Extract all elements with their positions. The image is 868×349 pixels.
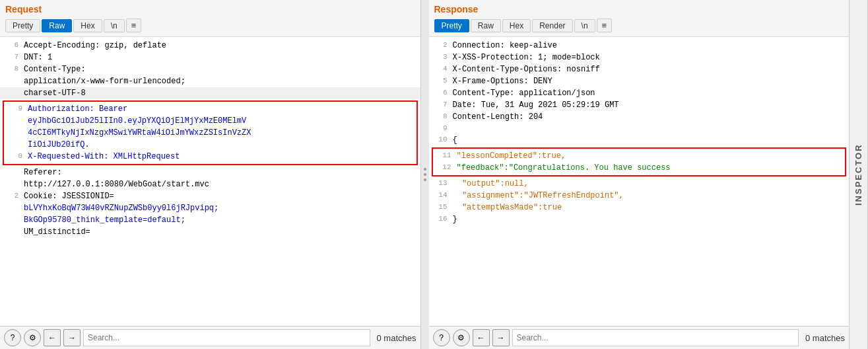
- response-help-button[interactable]: ?: [433, 329, 450, 346]
- response-tab-bar: Pretty Raw Hex Render \n ≡: [434, 19, 844, 32]
- request-line: eyJhbGciOiJub25lIIn0.eyJpYXQiOjElMjYxMzE…: [4, 115, 417, 127]
- divider-dot: [424, 173, 426, 176]
- response-panel: Response Pretty Raw Hex Render \n ≡ 2 Co…: [429, 0, 850, 349]
- response-line: 3 X-XSS-Protection: 1; mode=block: [429, 52, 850, 63]
- response-highlighted-block: 11 "lessonCompleted":true, 12 "feedback"…: [432, 147, 847, 176]
- request-line: 4cCI6MTkyNjIxNzgxMSwiYWRtaW4iOiJmYWxzZSI…: [4, 127, 417, 139]
- response-code-area: 2 Connection: keep-alive 3 X-XSS-Protect…: [429, 37, 850, 326]
- response-line: 15 "attemptWasMade":true: [429, 202, 850, 213]
- request-bottom-bar: ? ⚙ ← → 0 matches: [0, 326, 420, 349]
- tab-request-raw[interactable]: Raw: [42, 19, 72, 32]
- request-line: bLVYhxKoBqW73W40vRZNupZWSb0yy0l6jRJpvipq…: [0, 202, 420, 214]
- request-line: 2 Cookie: JSESSIONID=: [0, 190, 420, 202]
- request-help-button[interactable]: ?: [4, 329, 21, 346]
- tab-response-pretty[interactable]: Pretty: [434, 19, 469, 32]
- response-line: 16 }: [429, 213, 850, 225]
- response-line: 4 X-Content-Type-Options: nosniff: [429, 63, 850, 75]
- inspector-sidebar: INSPECTOR: [850, 0, 868, 349]
- response-header: Response Pretty Raw Hex Render \n ≡: [429, 0, 850, 37]
- response-line: 7 Date: Tue, 31 Aug 2021 05:29:19 GMT: [429, 99, 850, 111]
- response-title: Response: [434, 4, 844, 15]
- tab-response-render[interactable]: Render: [532, 19, 572, 32]
- response-matches-label: 0 matches: [805, 333, 845, 343]
- response-line: 2 Connection: keep-alive: [429, 40, 850, 52]
- request-prev-button[interactable]: ←: [44, 329, 61, 346]
- response-next-button[interactable]: →: [492, 329, 510, 346]
- request-line: Referer:: [0, 167, 420, 178]
- response-line: 11 "lessonCompleted":true,: [433, 150, 846, 162]
- request-next-button[interactable]: →: [63, 329, 81, 346]
- tab-response-newline[interactable]: \n: [574, 19, 595, 32]
- tab-response-menu[interactable]: ≡: [597, 19, 613, 32]
- response-line: 12 "feedback":"Congratulations. You have…: [433, 162, 846, 174]
- request-line: 8 Content-Type:: [0, 63, 420, 75]
- request-line: charset-UTF-8: [0, 87, 420, 99]
- request-line: http://127.0.0.1:8080/WebGoat/start.mvc: [0, 178, 420, 190]
- request-title: Request: [5, 4, 415, 15]
- request-line: BkGOp95780_think_template=default;: [0, 214, 420, 226]
- request-search-input[interactable]: [83, 329, 370, 346]
- tab-request-menu[interactable]: ≡: [126, 19, 142, 32]
- response-prev-button[interactable]: ←: [473, 329, 490, 346]
- request-line: 0 X-Requested-With: XMLHttpRequest: [4, 151, 417, 163]
- request-line: 7 DNT: 1: [0, 52, 420, 63]
- request-highlighted-block: 9 Authorization: Bearer eyJhbGciOiJub25l…: [3, 100, 418, 165]
- request-header: Request Pretty Raw Hex \n ≡: [0, 0, 420, 37]
- divider-dot: [424, 178, 426, 181]
- request-line: 6 Accept-Encoding: gzip, deflate: [0, 40, 420, 52]
- tab-response-raw[interactable]: Raw: [471, 19, 501, 32]
- tab-response-hex[interactable]: Hex: [502, 19, 531, 32]
- response-line: 13 "output":null,: [429, 178, 850, 190]
- response-line: 14 "assignment":"JWTRefreshEndpoint",: [429, 190, 850, 202]
- request-tab-bar: Pretty Raw Hex \n ≡: [5, 19, 415, 32]
- divider-dot: [424, 168, 426, 171]
- panel-divider: [421, 0, 429, 349]
- tab-request-hex[interactable]: Hex: [73, 19, 102, 32]
- response-line: 6 Content-Type: application/json: [429, 87, 850, 99]
- tab-request-newline[interactable]: \n: [104, 19, 125, 32]
- response-line: 8 Content-Length: 204: [429, 111, 850, 123]
- response-search-input[interactable]: [512, 329, 799, 346]
- response-line: 9: [429, 123, 850, 134]
- response-bottom-bar: ? ⚙ ← → 0 matches: [429, 326, 850, 349]
- request-panel: Request Pretty Raw Hex \n ≡ 6 Accept-Enc…: [0, 0, 421, 349]
- request-code-area: 6 Accept-Encoding: gzip, deflate 7 DNT: …: [0, 37, 420, 326]
- request-matches-label: 0 matches: [377, 333, 417, 343]
- response-line: 10 {: [429, 134, 850, 146]
- response-line: 5 X-Frame-Options: DENY: [429, 75, 850, 87]
- request-line: UM_distinctid=: [0, 226, 420, 238]
- inspector-label: INSPECTOR: [853, 143, 863, 206]
- tab-request-pretty[interactable]: Pretty: [5, 19, 40, 32]
- request-line: IiOiJUb20ifQ.: [4, 139, 417, 151]
- response-gear-button[interactable]: ⚙: [453, 329, 470, 346]
- request-line: application/x-www-form-urlencoded;: [0, 75, 420, 87]
- request-gear-button[interactable]: ⚙: [24, 329, 41, 346]
- request-line: 9 Authorization: Bearer: [4, 103, 417, 115]
